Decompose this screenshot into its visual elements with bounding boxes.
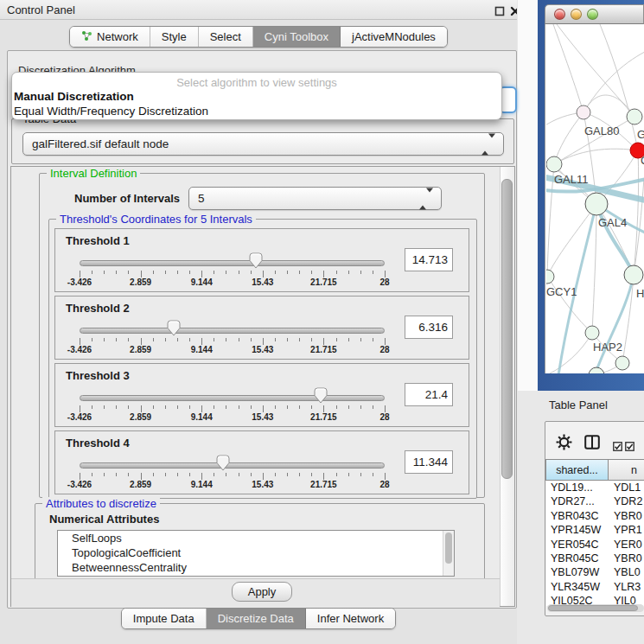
node[interactable]	[585, 193, 608, 215]
algorithm-option-manual[interactable]: Manual Discretization	[12, 89, 501, 104]
tick-mark	[311, 405, 312, 409]
slider-ticks	[80, 271, 385, 277]
tab-impute-data[interactable]: Impute Data	[122, 609, 207, 628]
node[interactable]	[577, 105, 590, 119]
node-label[interactable]: C	[641, 154, 644, 167]
slider-thumb[interactable]	[248, 252, 264, 270]
tab-style[interactable]: Style	[150, 27, 199, 47]
edge	[583, 48, 644, 112]
attribute-item-betweennesscentrality[interactable]: BetweennessCentrality	[58, 560, 454, 575]
node[interactable]	[585, 326, 599, 340]
table-row[interactable]: YER054CYER0	[546, 538, 644, 552]
node[interactable]	[546, 270, 554, 284]
slider-thumb[interactable]	[166, 320, 182, 337]
checkbox-icon[interactable]	[613, 439, 622, 455]
tab-jactivemnodules[interactable]: jActiveMNodules	[341, 27, 447, 47]
algorithm-option-equal-width[interactable]: Equal Width/Frequency Discretization	[12, 104, 501, 118]
apply-button[interactable]: Apply	[232, 582, 292, 602]
tick-mark	[80, 405, 80, 412]
tick-mark	[239, 338, 239, 341]
gear-icon[interactable]	[556, 434, 572, 454]
attribute-item-topologicalcoefficient[interactable]: TopologicalCoefficient	[58, 545, 454, 560]
node-label[interactable]: HAP2	[593, 341, 622, 354]
table-row[interactable]: YPR145WYPR1	[546, 523, 644, 537]
node[interactable]	[624, 265, 643, 284]
number-of-intervals-combobox[interactable]: 5	[188, 187, 442, 210]
node-label[interactable]: GAL11	[554, 173, 589, 186]
horizontal-scrollbar-thumb[interactable]	[548, 605, 638, 611]
column-header-shared-[interactable]: shared...	[545, 459, 609, 481]
threshold-label: Threshold 4	[66, 437, 130, 450]
tick-mark	[128, 405, 129, 409]
tab-network[interactable]: Network	[70, 27, 150, 47]
node[interactable]	[615, 356, 629, 370]
tick-mark	[153, 338, 154, 341]
tab-select[interactable]: Select	[199, 27, 253, 47]
tick-mark	[189, 473, 190, 476]
slider-track[interactable]	[80, 395, 385, 401]
tick-mark	[80, 338, 80, 345]
network-window-titlebar[interactable]	[545, 4, 644, 24]
tick-mark	[263, 338, 264, 345]
threshold-box-2: Threshold 2-3.4262.8599.14415.4321.71528…	[54, 296, 469, 360]
horizontal-scrollbar[interactable]	[547, 604, 644, 612]
checkbox-icon[interactable]	[625, 439, 634, 455]
network-canvas[interactable]: GAL80GCGAL11GAL4GCY1HHAP2	[545, 24, 644, 373]
table-row[interactable]: YLR345WYLR3	[546, 580, 644, 594]
table-data-combobox[interactable]: galFiltered.sif default node	[22, 132, 504, 156]
table-row[interactable]: YBR043CYBR0	[546, 509, 644, 523]
slider-track[interactable]	[80, 462, 385, 469]
tick-mark	[323, 473, 324, 480]
close-traffic-light-icon[interactable]	[554, 9, 565, 20]
node[interactable]	[546, 156, 562, 172]
tick-label: 15.43	[252, 345, 273, 354]
vertical-scrollbar-thumb[interactable]	[501, 179, 513, 479]
threshold-value-field[interactable]: 6.316	[405, 316, 453, 339]
tick-mark	[299, 473, 300, 476]
slider-track[interactable]	[80, 260, 385, 266]
node[interactable]	[589, 367, 604, 373]
attribute-item-selfloops[interactable]: SelfLoops	[58, 531, 454, 545]
slider-thumb[interactable]	[215, 455, 231, 472]
tick-label: 9.144	[191, 412, 213, 422]
tick-mark	[239, 473, 239, 476]
minimize-traffic-light-icon[interactable]	[571, 9, 582, 20]
table-row[interactable]: YBL079WYBL0	[546, 565, 644, 579]
float-window-icon[interactable]	[494, 4, 505, 15]
node-label[interactable]: GAL4	[598, 216, 627, 229]
column-header-n[interactable]: n	[608, 459, 644, 481]
tab-discretize-data[interactable]: Discretize Data	[207, 609, 306, 628]
node[interactable]	[627, 109, 642, 124]
zoom-traffic-light-icon[interactable]	[587, 9, 598, 20]
numerical-attributes-list[interactable]: SelfLoopsTopologicalCoefficientBetweenne…	[57, 530, 455, 577]
threshold-value-field[interactable]: 21.4	[405, 383, 453, 406]
tab-infer-network[interactable]: Infer Network	[306, 609, 395, 628]
interval-definition-title: Interval Definition	[47, 167, 140, 180]
node-label[interactable]: GAL80	[584, 124, 619, 137]
threshold-value-field[interactable]: 11.344	[405, 450, 453, 474]
tick-mark	[373, 405, 373, 409]
tick-mark	[275, 473, 276, 476]
attributes-scrollbar-thumb[interactable]	[445, 532, 452, 564]
node-label[interactable]: H	[636, 287, 644, 300]
cell-name: YPR1	[609, 523, 644, 537]
tick-mark	[214, 271, 214, 274]
attributes-scrollbar[interactable]	[443, 531, 454, 576]
edge	[547, 204, 596, 277]
threshold-value-field[interactable]: 14.713	[405, 248, 453, 271]
node-label[interactable]: GCY1	[546, 285, 577, 298]
slider-track[interactable]	[80, 328, 385, 334]
tick-label: 21.715	[310, 277, 337, 287]
table-row[interactable]: YDL19...YDL1	[546, 481, 644, 494]
table-row[interactable]: YDR27...YDR2	[546, 494, 644, 508]
split-table-icon[interactable]	[584, 435, 600, 453]
slider-thumb[interactable]	[313, 387, 328, 405]
tick-mark	[201, 271, 202, 277]
tick-mark	[323, 405, 324, 412]
tick-mark	[165, 405, 166, 409]
interval-definition-group: Interval Definition Number of Intervals …	[39, 173, 485, 498]
table-row[interactable]: YBR045CYBR0	[546, 552, 644, 565]
tick-label: 2.859	[130, 480, 151, 489]
tab-cyni-toolbox[interactable]: Cyni Toolbox	[253, 27, 341, 47]
node-label[interactable]: G	[637, 128, 644, 141]
